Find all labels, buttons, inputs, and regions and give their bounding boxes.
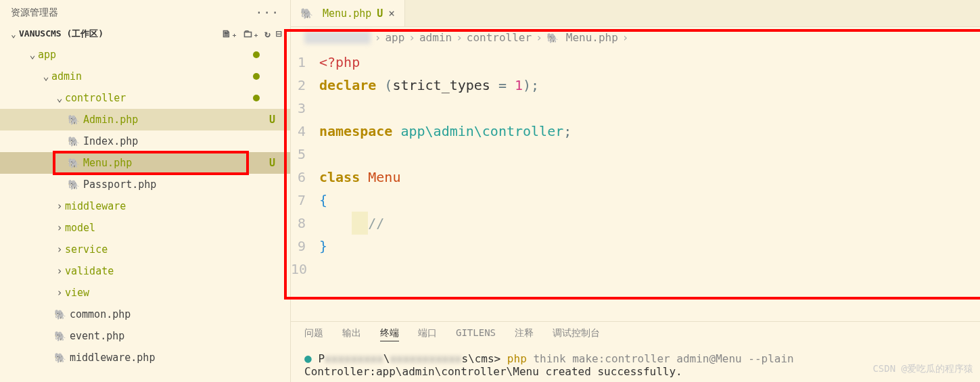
modified-dot-icon	[253, 51, 260, 58]
refresh-icon[interactable]: ↻	[264, 28, 271, 40]
tree-item-index-php[interactable]: 🐘Index.php	[0, 130, 290, 152]
chevron-icon: ›	[54, 222, 65, 234]
tree-item-passport-php[interactable]: 🐘Passport.php	[0, 174, 290, 195]
php-icon: 🐘	[300, 7, 313, 20]
breadcrumb-item[interactable]: Menu.php	[566, 31, 618, 44]
tab-bar: 🐘 Menu.php U ×	[291, 0, 980, 27]
workspace-name: VANUSCMS (工作区)	[19, 28, 221, 40]
term-output: Controller:app\admin\controller\Menu cre…	[304, 365, 682, 378]
close-icon[interactable]: ×	[388, 7, 395, 20]
modified-dot-icon	[253, 73, 260, 80]
tree-item-validate[interactable]: ›validate	[0, 260, 290, 282]
breadcrumb-item[interactable]: controller	[467, 31, 532, 44]
chevron-icon: ⌄	[54, 92, 65, 104]
tree-item-app[interactable]: ⌄app	[0, 44, 290, 66]
chevron-icon: ›	[54, 200, 65, 212]
tree-item-admin-php[interactable]: 🐘Admin.phpU	[0, 109, 290, 130]
modified-dot-icon	[253, 95, 260, 101]
code-editor[interactable]: 12345678910 <?php declare (strict_types …	[291, 48, 980, 321]
tree-item-middleware-php[interactable]: 🐘middleware.php	[0, 347, 290, 368]
php-icon: 🐘	[54, 331, 66, 341]
tab-name: Menu.php	[323, 7, 371, 20]
git-status: U	[269, 114, 275, 126]
explorer-sidebar: 资源管理器 ··· ⌄ VANUSCMS (工作区) 🗎₊ 🗀₊ ↻ ⊟ ⌄ap…	[0, 0, 291, 382]
new-file-icon[interactable]: 🗎₊	[221, 28, 237, 40]
terminal-tabs: 问题输出终端端口GITLENS注释调试控制台	[291, 322, 980, 347]
folder-label: controller	[65, 92, 126, 104]
file-label: middleware.php	[70, 352, 155, 364]
breadcrumb-item[interactable]: admin	[419, 31, 452, 44]
chevron-right-icon: ›	[456, 31, 463, 44]
tab-status: U	[377, 7, 383, 20]
highlight-box	[53, 151, 249, 175]
tree-item-event-php[interactable]: 🐘event.php	[0, 325, 290, 347]
line-numbers: 12345678910	[291, 51, 311, 321]
sidebar-title: 资源管理器	[11, 7, 255, 19]
terminal-tab[interactable]: 调试控制台	[553, 327, 600, 341]
php-icon: 🐘	[54, 352, 66, 363]
file-tree: ⌄app⌄admin⌄controller🐘Admin.phpU🐘Index.p…	[0, 43, 290, 368]
chevron-icon: ›	[54, 287, 65, 299]
chevron-icon: ⌄	[41, 70, 51, 82]
tree-item-controller[interactable]: ⌄controller	[0, 87, 290, 109]
more-icon[interactable]: ···	[255, 5, 279, 20]
terminal-content[interactable]: ● Pxxxxxxxxx\xxxxxxxxxxxs\cms> php think…	[291, 347, 980, 382]
new-folder-icon[interactable]: 🗀₊	[243, 28, 259, 40]
file-label: Index.php	[83, 135, 138, 147]
tree-item-view[interactable]: ›view	[0, 282, 290, 304]
tree-item-model[interactable]: ›model	[0, 217, 290, 239]
workspace-header[interactable]: ⌄ VANUSCMS (工作区) 🗎₊ 🗀₊ ↻ ⊟	[0, 25, 290, 43]
terminal-tab[interactable]: 输出	[342, 327, 361, 341]
chevron-icon: ›	[54, 265, 65, 277]
term-cmd: think make:controller admin@Menu --plain	[533, 352, 793, 365]
folder-label: middleware	[65, 200, 126, 212]
breadcrumb[interactable]: xxxxxx › app › admin › controller › 🐘 Me…	[291, 27, 980, 48]
file-label: event.php	[70, 330, 124, 342]
file-label: Passport.php	[83, 178, 156, 191]
breadcrumb-item[interactable]: app	[385, 31, 404, 44]
git-status: U	[269, 157, 275, 169]
tree-item-middleware[interactable]: ›middleware	[0, 195, 290, 217]
php-icon: 🐘	[68, 136, 79, 147]
workspace-actions: 🗎₊ 🗀₊ ↻ ⊟	[221, 28, 282, 40]
folder-label: admin	[51, 70, 82, 82]
tab-menu-php[interactable]: 🐘 Menu.php U ×	[291, 0, 405, 26]
chevron-down-icon: ⌄	[8, 29, 19, 39]
terminal-tab[interactable]: GITLENS	[456, 327, 496, 341]
tree-item-admin[interactable]: ⌄admin	[0, 66, 290, 87]
breadcrumb-blur: xxxxxx	[304, 31, 371, 44]
chevron-right-icon: ›	[622, 31, 629, 44]
collapse-icon[interactable]: ⊟	[276, 28, 282, 40]
term-path: s\cms>	[461, 352, 500, 365]
sidebar-header: 资源管理器 ···	[0, 0, 290, 25]
tree-item-menu-php[interactable]: 🐘Menu.phpU	[0, 152, 290, 174]
chevron-right-icon: ›	[536, 31, 542, 44]
chevron-icon: ›	[54, 243, 65, 256]
terminal-tab[interactable]: 问题	[304, 327, 323, 341]
php-icon: 🐘	[68, 179, 79, 190]
terminal-tab[interactable]: 端口	[418, 327, 437, 341]
terminal-tab[interactable]: 终端	[380, 327, 399, 341]
folder-label: app	[38, 49, 56, 61]
php-icon: 🐘	[546, 32, 558, 43]
folder-label: model	[65, 222, 95, 234]
code-content[interactable]: <?php declare (strict_types = 1); namesp…	[311, 51, 571, 321]
editor-main: 🐘 Menu.php U × xxxxxx › app › admin › co…	[291, 0, 980, 382]
file-label: Menu.php	[83, 157, 132, 169]
tree-item-common-php[interactable]: 🐘common.php	[0, 304, 290, 325]
file-label: common.php	[70, 308, 131, 320]
php-icon: 🐘	[54, 309, 66, 320]
chevron-right-icon: ›	[375, 31, 381, 44]
php-icon: 🐘	[68, 114, 79, 125]
tree-item-service[interactable]: ›service	[0, 239, 290, 260]
php-icon: 🐘	[68, 158, 79, 168]
folder-label: service	[65, 243, 108, 256]
chevron-right-icon: ›	[409, 31, 415, 44]
folder-label: view	[65, 287, 89, 299]
terminal-tab[interactable]: 注释	[515, 327, 534, 341]
folder-label: validate	[65, 265, 114, 277]
terminal-panel: 问题输出终端端口GITLENS注释调试控制台 ● Pxxxxxxxxx\xxxx…	[291, 321, 980, 382]
file-label: Admin.php	[83, 114, 138, 126]
chevron-icon: ⌄	[27, 49, 38, 61]
